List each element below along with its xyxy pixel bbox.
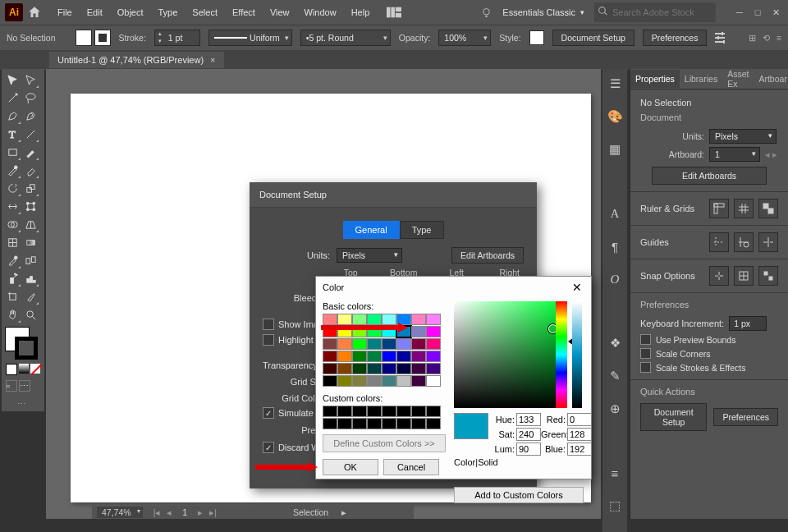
tab-artboards[interactable]: Artboar <box>754 70 788 88</box>
pen-tool[interactable] <box>3 107 21 125</box>
type-tool[interactable]: T <box>3 125 21 143</box>
basic-color-swatch[interactable] <box>396 351 411 362</box>
panel-opentype-icon[interactable]: O <box>602 269 627 289</box>
basic-color-swatch[interactable] <box>323 351 337 362</box>
symbol-sprayer-tool[interactable] <box>3 269 21 287</box>
sat-input[interactable] <box>516 428 541 441</box>
menu-window[interactable]: Window <box>298 4 343 21</box>
basic-color-swatch[interactable] <box>382 314 396 325</box>
snap-pixel-icon[interactable] <box>758 266 778 286</box>
grid-icon[interactable] <box>734 199 754 218</box>
menu-object[interactable]: Object <box>111 4 150 21</box>
magic-wand-tool[interactable] <box>3 89 21 107</box>
basic-color-swatch[interactable] <box>337 363 352 374</box>
basic-color-swatch[interactable] <box>396 363 411 374</box>
guides-lock-icon[interactable] <box>734 232 754 252</box>
basic-color-swatch[interactable] <box>337 326 352 337</box>
basic-color-swatch[interactable] <box>426 363 441 374</box>
rectangle-tool[interactable] <box>3 143 21 161</box>
highlight-checkbox[interactable] <box>263 334 274 346</box>
basic-color-swatch[interactable] <box>337 375 352 387</box>
custom-colors-grid[interactable] <box>323 406 446 429</box>
luminance-slider[interactable] <box>572 301 582 408</box>
smart-guides-icon[interactable] <box>758 232 778 252</box>
blend-tool[interactable] <box>21 251 39 269</box>
ds-tab-type[interactable]: Type <box>400 221 444 239</box>
basic-color-swatch[interactable] <box>352 351 367 362</box>
basic-color-swatch[interactable] <box>352 363 367 374</box>
ds-edit-artboards-button[interactable]: Edit Artboards <box>451 247 524 264</box>
zoom-tool[interactable] <box>21 305 39 323</box>
basic-color-swatch[interactable] <box>367 338 382 350</box>
tab-properties[interactable]: Properties <box>630 70 680 88</box>
selection-tool[interactable] <box>3 71 21 89</box>
basic-color-swatch[interactable] <box>382 363 396 374</box>
basic-color-swatch[interactable] <box>426 338 441 350</box>
doc-setup-button[interactable]: Document Setup <box>552 30 635 46</box>
basic-color-swatch[interactable] <box>352 375 367 387</box>
bulb-icon[interactable] <box>480 7 492 19</box>
menu-select[interactable]: Select <box>186 4 224 21</box>
column-graph-tool[interactable] <box>21 269 39 287</box>
hue-input[interactable] <box>516 413 541 426</box>
basic-color-swatch[interactable] <box>323 338 337 350</box>
scale-corners-checkbox[interactable] <box>640 348 651 359</box>
cp-close-icon[interactable]: ✕ <box>570 280 584 295</box>
green-input[interactable] <box>567 428 592 441</box>
lum-input[interactable] <box>516 443 541 456</box>
ds-tab-general[interactable]: General <box>343 221 400 239</box>
basic-color-swatch[interactable] <box>411 326 426 337</box>
width-tool[interactable] <box>3 197 21 215</box>
basic-color-swatch[interactable] <box>382 338 396 350</box>
stroke-profile[interactable]: Uniform <box>208 30 292 46</box>
basic-color-swatch[interactable] <box>411 351 426 362</box>
stroke-swatch[interactable] <box>94 30 111 46</box>
shape-builder-tool[interactable] <box>3 215 21 233</box>
preview-bounds-checkbox[interactable] <box>640 334 651 345</box>
rotate-tool[interactable] <box>3 179 21 197</box>
simulate-checkbox[interactable]: ✓ <box>263 407 274 419</box>
home-icon[interactable] <box>27 5 42 20</box>
scale-strokes-checkbox[interactable] <box>640 362 651 373</box>
menu-file[interactable]: File <box>51 4 79 21</box>
lasso-tool[interactable] <box>21 89 39 107</box>
menu-help[interactable]: Help <box>345 4 377 21</box>
basic-color-swatch[interactable] <box>367 314 382 325</box>
prefs-icon[interactable] <box>715 32 728 44</box>
screen-mode-change[interactable]: ⋯ <box>19 380 30 392</box>
basic-color-swatch[interactable] <box>382 375 396 387</box>
basic-color-swatch[interactable] <box>323 314 337 325</box>
basic-color-swatch[interactable] <box>323 363 337 374</box>
define-custom-colors-button[interactable]: Define Custom Colors >> <box>323 434 446 452</box>
search-input[interactable] <box>594 2 716 22</box>
transparency-grid-icon[interactable] <box>758 199 778 218</box>
guides-show-icon[interactable] <box>709 232 729 252</box>
color-mode-solid[interactable] <box>6 364 17 375</box>
add-to-custom-button[interactable]: Add to Custom Colors <box>454 487 584 503</box>
panel-appearance-icon[interactable]: ◑ <box>602 529 627 532</box>
basic-color-swatch[interactable] <box>382 326 396 337</box>
show-images-checkbox[interactable] <box>263 319 274 330</box>
menu-type[interactable]: Type <box>152 4 185 21</box>
cancel-button[interactable]: Cancel <box>383 459 439 475</box>
basic-color-swatch[interactable] <box>411 338 426 350</box>
close-button[interactable]: ✕ <box>768 5 783 20</box>
scale-tool[interactable] <box>21 179 39 197</box>
menu-effect[interactable]: Effect <box>226 4 262 21</box>
basic-color-swatch[interactable] <box>411 375 426 387</box>
line-tool[interactable] <box>21 125 39 143</box>
artboard-tool[interactable] <box>3 287 21 305</box>
basic-color-swatch[interactable] <box>337 314 352 325</box>
color-mode-gradient[interactable] <box>19 364 29 374</box>
paintbrush-tool[interactable] <box>21 143 39 161</box>
basic-color-swatch[interactable] <box>323 375 337 387</box>
basic-color-swatch[interactable] <box>352 314 367 325</box>
basic-color-swatch[interactable] <box>367 363 382 374</box>
red-input[interactable] <box>567 413 592 426</box>
panel-paragraph-icon[interactable]: ¶ <box>602 236 627 256</box>
fill-swatch[interactable] <box>76 30 92 46</box>
basic-color-swatch[interactable] <box>337 351 352 362</box>
panel-menu-icon[interactable]: ≡ <box>777 33 781 43</box>
basic-color-swatch[interactable] <box>352 326 367 337</box>
basic-color-swatch[interactable] <box>367 326 382 337</box>
